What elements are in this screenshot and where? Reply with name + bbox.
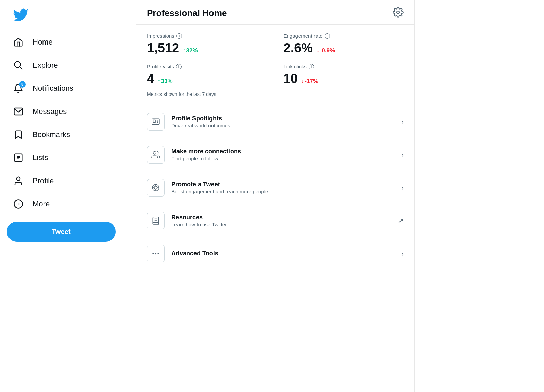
profile-icon <box>12 175 24 187</box>
metric-link-clicks: Link clicks i 10 ↓ -17% <box>284 64 404 86</box>
engagement-info-icon[interactable]: i <box>325 33 330 39</box>
sidebar-item-explore[interactable]: Explore <box>7 54 129 76</box>
svg-point-8 <box>19 204 20 205</box>
metric-engagement-value: 2.6% ↓ -0.9% <box>284 41 404 55</box>
chevron-right-icon: › <box>401 151 404 159</box>
explore-icon <box>12 59 24 71</box>
action-item-promote-tweet[interactable]: Promote a Tweet Boost engagement and rea… <box>136 171 414 204</box>
action-title: Make more connections <box>171 148 394 155</box>
sidebar-item-home[interactable]: Home <box>7 31 129 53</box>
more-icon <box>12 198 24 210</box>
tweet-button[interactable]: Tweet <box>7 222 116 242</box>
twitter-logo[interactable] <box>7 3 129 29</box>
external-link-icon: ↗ <box>398 217 404 225</box>
people-icon <box>147 146 165 164</box>
action-list: Profile Spotlights Drive real world outc… <box>136 105 414 270</box>
svg-point-15 <box>153 151 156 154</box>
svg-point-7 <box>18 204 19 205</box>
right-panel <box>415 0 544 392</box>
sidebar-item-label: Profile <box>33 176 54 185</box>
svg-point-24 <box>152 253 154 254</box>
sidebar-item-label: Notifications <box>33 84 73 93</box>
svg-point-17 <box>154 186 157 189</box>
settings-button[interactable] <box>393 7 404 19</box>
action-text: Resources Learn how to use Twitter <box>171 214 391 227</box>
sidebar-item-lists[interactable]: Lists <box>7 147 129 169</box>
metric-impressions-value: 1,512 ↑ 32% <box>147 41 267 55</box>
sidebar-item-notifications[interactable]: 8 Notifications <box>7 78 129 99</box>
action-item-profile-spotlights[interactable]: Profile Spotlights Drive real world outc… <box>136 105 414 138</box>
messages-icon <box>12 105 24 118</box>
metric-link-clicks-label: Link clicks i <box>284 64 404 69</box>
book-icon <box>147 212 165 229</box>
main-content: Professional Home Impressions i 1,512 ↑ … <box>136 0 415 392</box>
metric-impressions: Impressions i 1,512 ↑ 32% <box>147 33 267 55</box>
sidebar-item-profile[interactable]: Profile <box>7 170 129 192</box>
profile-visits-change: ↑ 33% <box>157 78 173 85</box>
metric-profile-visits-value: 4 ↑ 33% <box>147 71 267 86</box>
sidebar-item-label: Home <box>33 38 53 47</box>
sidebar-item-messages[interactable]: Messages <box>7 101 129 122</box>
link-clicks-change: ↓ -17% <box>301 78 318 85</box>
engagement-change: ↓ -0.9% <box>316 47 335 54</box>
svg-point-26 <box>157 253 159 254</box>
action-subtitle: Find people to follow <box>171 156 394 161</box>
metrics-footer: Metrics shown for the last 7 days <box>147 91 404 97</box>
chevron-right-icon: › <box>401 184 404 192</box>
action-text: Make more connections Find people to fol… <box>171 148 394 161</box>
action-subtitle: Learn how to use Twitter <box>171 222 391 227</box>
svg-point-6 <box>16 204 17 205</box>
action-title: Profile Spotlights <box>171 115 394 122</box>
bookmarks-icon <box>12 129 24 141</box>
spotlight-icon <box>147 113 165 131</box>
action-item-resources[interactable]: Resources Learn how to use Twitter ↗ <box>136 204 414 237</box>
dots-icon <box>147 245 165 262</box>
metric-link-clicks-value: 10 ↓ -17% <box>284 71 404 86</box>
sidebar-item-label: Messages <box>33 107 67 116</box>
action-text: Profile Spotlights Drive real world outc… <box>171 115 394 129</box>
sidebar-item-label: Explore <box>33 61 58 70</box>
metric-profile-visits-label: Profile visits i <box>147 64 267 69</box>
sidebar-item-label: Bookmarks <box>33 130 70 139</box>
impressions-change: ↑ 32% <box>183 47 198 54</box>
svg-point-9 <box>397 11 400 14</box>
action-title: Resources <box>171 214 391 221</box>
action-item-advanced-tools[interactable]: Advanced Tools › <box>136 237 414 270</box>
notification-count-badge: 8 <box>19 81 26 88</box>
metric-engagement-label: Engagement rate i <box>284 33 404 39</box>
action-text: Advanced Tools <box>171 250 394 258</box>
action-subtitle: Boost engagement and reach more people <box>171 189 394 194</box>
notifications-icon: 8 <box>12 82 24 95</box>
metrics-section: Impressions i 1,512 ↑ 32% Engagement rat… <box>136 25 414 105</box>
sidebar-item-label: More <box>33 200 50 208</box>
chevron-right-icon: › <box>401 118 404 126</box>
svg-point-25 <box>155 253 156 254</box>
action-title: Advanced Tools <box>171 250 394 257</box>
main-header: Professional Home <box>136 0 414 25</box>
sidebar-item-label: Lists <box>33 153 48 162</box>
lists-icon <box>12 152 24 164</box>
sidebar-item-bookmarks[interactable]: Bookmarks <box>7 124 129 146</box>
main-nav: Home Explore 8 Notifications <box>7 31 129 216</box>
home-icon <box>12 36 24 48</box>
profile-visits-info-icon[interactable]: i <box>176 64 182 69</box>
metric-profile-visits: Profile visits i 4 ↑ 33% <box>147 64 267 86</box>
metric-engagement-rate: Engagement rate i 2.6% ↓ -0.9% <box>284 33 404 55</box>
action-text: Promote a Tweet Boost engagement and rea… <box>171 181 394 194</box>
link-clicks-info-icon[interactable]: i <box>309 64 314 69</box>
page-title: Professional Home <box>147 8 227 18</box>
action-item-make-connections[interactable]: Make more connections Find people to fol… <box>136 138 414 171</box>
promote-icon <box>147 179 165 197</box>
svg-rect-11 <box>153 120 156 123</box>
action-subtitle: Drive real world outcomes <box>171 123 394 129</box>
action-title: Promote a Tweet <box>171 181 394 188</box>
chevron-right-icon: › <box>401 250 404 258</box>
metric-impressions-label: Impressions i <box>147 33 267 39</box>
svg-point-4 <box>17 177 20 181</box>
sidebar: Home Explore 8 Notifications <box>0 0 136 392</box>
sidebar-item-more[interactable]: More <box>7 193 129 215</box>
impressions-info-icon[interactable]: i <box>176 33 182 39</box>
